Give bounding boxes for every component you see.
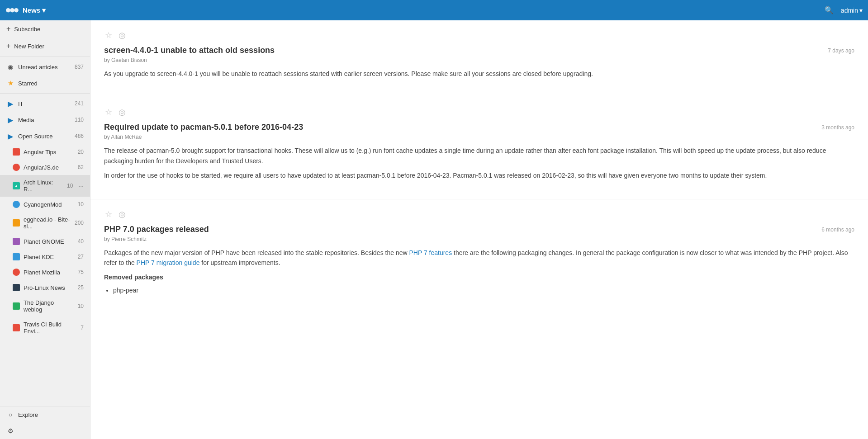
new-folder-label: New Folder xyxy=(14,43,44,50)
article-body-2: The release of pacman-5.0 brought suppor… xyxy=(104,146,854,180)
article-star-button-3[interactable]: ☆ xyxy=(104,208,113,220)
sidebar-item-planet-kde[interactable]: Planet KDE 27 xyxy=(0,249,90,264)
article-read-button-3[interactable]: ◎ xyxy=(118,208,127,220)
unread-label: Unread articles xyxy=(18,64,71,71)
it-label: IT xyxy=(18,100,71,107)
sidebar-item-pro-linux-news[interactable]: Pro-Linux News 25 xyxy=(0,280,90,295)
svg-point-1 xyxy=(10,8,14,12)
article-header-3: PHP 7.0 packages released 6 months ago xyxy=(104,225,854,234)
article-read-button-1[interactable]: ◎ xyxy=(118,29,127,41)
sidebar-item-angular-tips[interactable]: Angular Tips 20 xyxy=(0,144,90,160)
travis-ci-count: 7 xyxy=(81,325,84,331)
list-item: php-pear xyxy=(113,285,854,295)
sidebar-item-planet-mozilla[interactable]: Planet Mozilla 75 xyxy=(0,264,90,280)
django-weblog-count: 10 xyxy=(78,303,84,309)
svg-point-0 xyxy=(6,8,10,12)
article-title-2[interactable]: Required update to pacman-5.0.1 before 2… xyxy=(104,123,812,132)
sidebar-item-egghead-io[interactable]: egghead.io - Bite-si... 200 xyxy=(0,212,90,234)
django-weblog-label: The Django weblog xyxy=(24,299,74,313)
feed-icon-egghead-io xyxy=(13,219,20,227)
article-author-2: by Allan McRae xyxy=(104,134,854,140)
sidebar-item-opensource[interactable]: ▶ Open Source 486 xyxy=(0,128,90,144)
app-name-label[interactable]: News ▾ xyxy=(23,6,46,14)
sidebar-item-media[interactable]: ▶ Media 110 xyxy=(0,112,90,128)
admin-chevron: ▾ xyxy=(859,7,863,14)
app-name-text: News xyxy=(23,6,40,14)
angularjs-de-count: 62 xyxy=(78,164,84,170)
new-folder-button[interactable]: + New Folder xyxy=(0,38,90,55)
feed-icon-cyanogenmod xyxy=(13,201,20,208)
article-body-1: As you upgrade to screen-4.4.0-1 you wil… xyxy=(104,69,854,79)
feed-icon-planet-kde xyxy=(13,253,20,260)
cyanogenmod-label: CyanogenMod xyxy=(24,201,74,208)
feed-icon-angularjs-de xyxy=(13,164,20,171)
article-author-1: by Gaetan Bisson xyxy=(104,57,854,63)
planet-mozilla-count: 75 xyxy=(78,269,84,275)
article-star-button-1[interactable]: ☆ xyxy=(104,29,113,41)
pro-linux-label: Pro-Linux News xyxy=(24,284,74,291)
feed-icon-planet-gnome xyxy=(13,238,20,245)
admin-button[interactable]: admin ▾ xyxy=(841,7,863,14)
admin-label: admin xyxy=(841,7,858,14)
egghead-io-count: 200 xyxy=(75,220,84,226)
article-title-1[interactable]: screen-4.4.0-1 unable to attach old sess… xyxy=(104,46,819,55)
topbar: News ▾ 🔍 admin ▾ xyxy=(0,0,868,20)
sidebar-item-arch-linux[interactable]: ▲ Arch Linux: R... 10 ··· xyxy=(0,175,90,197)
article-header-1: screen-4.4.0-1 unable to attach old sess… xyxy=(104,46,854,55)
article-date-3: 6 months ago xyxy=(821,227,854,233)
arch-linux-more-button[interactable]: ··· xyxy=(78,182,84,189)
article-actions-3: ☆ ◎ xyxy=(104,208,854,220)
explore-label: Explore xyxy=(18,411,84,418)
article-actions-2: ☆ ◎ xyxy=(104,106,854,118)
article-item: ☆ ◎ screen-4.4.0-1 unable to attach old … xyxy=(90,20,868,97)
sidebar-item-cyanogenmod[interactable]: CyanogenMod 10 xyxy=(0,197,90,212)
planet-kde-count: 27 xyxy=(78,254,84,260)
arch-linux-count: 10 xyxy=(67,183,73,189)
php7-migration-link[interactable]: PHP 7 migration guide xyxy=(137,259,200,266)
planet-gnome-label: Planet GNOME xyxy=(24,238,74,245)
search-icon[interactable]: 🔍 xyxy=(825,6,834,14)
article-author-3: by Pierre Schmitz xyxy=(104,236,854,242)
rss-icon: ◉ xyxy=(6,63,14,71)
folder-icon-it: ▶ xyxy=(6,99,14,108)
sidebar-item-unread[interactable]: ◉ Unread articles 837 xyxy=(0,59,90,75)
content-area: ☆ ◎ screen-4.4.0-1 unable to attach old … xyxy=(90,20,868,439)
article-read-button-2[interactable]: ◎ xyxy=(118,106,127,118)
removed-packages-list: php-pear xyxy=(104,285,854,295)
main-layout: + Subscribe + New Folder ◉ Unread articl… xyxy=(0,20,868,439)
travis-ci-label: Travis CI Build Envi... xyxy=(24,321,77,335)
pro-linux-count: 25 xyxy=(78,284,84,291)
sidebar-item-django-weblog[interactable]: The Django weblog 10 xyxy=(0,295,90,317)
feed-icon-angular-tips xyxy=(13,148,20,156)
folder-icon-opensource: ▶ xyxy=(6,132,14,140)
opensource-count: 486 xyxy=(75,133,84,139)
subscribe-button[interactable]: + Subscribe xyxy=(0,20,90,38)
sidebar-item-explore[interactable]: ○ Explore xyxy=(0,406,90,423)
app-name-chevron: ▾ xyxy=(42,6,46,14)
media-label: Media xyxy=(18,117,71,123)
cyanogenmod-count: 10 xyxy=(78,201,84,208)
subscribe-label: Subscribe xyxy=(14,26,40,33)
planet-gnome-count: 40 xyxy=(78,238,84,245)
article-star-button-2[interactable]: ☆ xyxy=(104,106,113,118)
article-title-3[interactable]: PHP 7.0 packages released xyxy=(104,225,812,234)
sidebar-item-travis-ci[interactable]: Travis CI Build Envi... 7 xyxy=(0,317,90,339)
sidebar-item-angularjs-de[interactable]: AngularJS.de 62 xyxy=(0,160,90,175)
php7-features-link[interactable]: PHP 7 features xyxy=(409,249,452,256)
feed-icon-pro-linux-news xyxy=(13,284,20,291)
article-actions-1: ☆ ◎ xyxy=(104,29,854,41)
article-item: ☆ ◎ Required update to pacman-5.0.1 befo… xyxy=(90,97,868,199)
sidebar-item-settings[interactable]: ⚙ xyxy=(0,423,90,439)
sidebar-bottom: ○ Explore ⚙ xyxy=(0,406,90,439)
angular-tips-label: Angular Tips xyxy=(24,149,74,156)
media-count: 110 xyxy=(75,117,84,123)
sidebar-divider-1 xyxy=(0,57,90,57)
planet-mozilla-label: Planet Mozilla xyxy=(24,269,74,276)
sidebar-item-it[interactable]: ▶ IT 241 xyxy=(0,95,90,112)
article-body-3: Packages of the new major version of PHP… xyxy=(104,248,854,296)
sidebar-item-planet-gnome[interactable]: Planet GNOME 40 xyxy=(0,234,90,249)
planet-kde-label: Planet KDE xyxy=(24,254,74,260)
folder-icon-media: ▶ xyxy=(6,116,14,124)
sidebar-item-starred[interactable]: ★ Starred xyxy=(0,75,90,91)
settings-icon: ⚙ xyxy=(6,427,14,435)
